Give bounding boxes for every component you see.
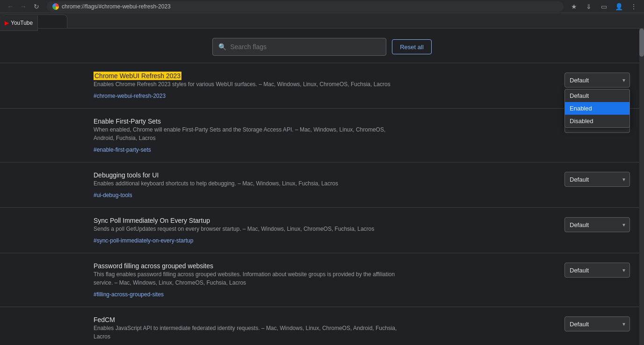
flag-control: Default Enabled Disabled ▼ bbox=[564, 172, 630, 187]
main-content: ▶ YouTube 🔍 Reset all Chrome WebUI Refre… bbox=[0, 29, 644, 345]
flag-select[interactable]: Default Enabled Disabled bbox=[564, 316, 630, 331]
flag-description: This flag enables password filling acros… bbox=[94, 270, 398, 287]
reset-all-button[interactable]: Reset all bbox=[392, 39, 432, 54]
flag-control: Default Enabled Disabled ▼ bbox=[564, 316, 630, 331]
flag-link[interactable]: #enable-first-party-sets bbox=[94, 147, 151, 153]
flag-control: Default Enabled Disabled ▼ Default Enabl… bbox=[564, 73, 630, 88]
back-button[interactable]: ← bbox=[4, 0, 17, 13]
address-bar[interactable]: chrome://flags/#chrome-webui-refresh-202… bbox=[47, 1, 564, 12]
chrome-logo-icon bbox=[52, 3, 59, 10]
flag-info: Password filling across grouped websites… bbox=[94, 262, 398, 298]
flag-select[interactable]: Default Enabled Disabled bbox=[564, 73, 630, 88]
flag-link[interactable]: #chrome-webui-refresh-2023 bbox=[94, 93, 166, 99]
flag-control: Default Enabled Disabled ▼ bbox=[564, 263, 630, 278]
select-wrapper: Default Enabled Disabled ▼ bbox=[564, 172, 630, 187]
search-icon: 🔍 bbox=[218, 43, 226, 51]
flag-description: Enables Chrome Refresh 2023 styles for v… bbox=[94, 80, 398, 88]
select-wrapper: Default Enabled Disabled ▼ Default Enabl… bbox=[564, 73, 630, 88]
select-wrapper: Default Enabled Disabled ▼ bbox=[564, 316, 630, 331]
download-button[interactable]: ⇓ bbox=[582, 0, 595, 13]
flag-info: Sync Poll Immediately On Every Startup S… bbox=[94, 216, 398, 244]
menu-button[interactable]: ⋮ bbox=[627, 0, 640, 13]
flag-info: FedCM Enables JavaScript API to intermed… bbox=[94, 316, 398, 343]
flag-description: When enabled, Chrome will enable First-P… bbox=[94, 125, 398, 142]
flag-item: Chrome WebUI Refresh 2023 Enables Chrome… bbox=[0, 63, 644, 109]
browser-toolbar-right: ★ ⇓ ▭ 👤 ⋮ bbox=[567, 0, 640, 13]
flag-select[interactable]: Default Enabled Disabled bbox=[564, 217, 630, 232]
flag-item: Debugging tools for UI Enables additiona… bbox=[0, 162, 644, 208]
youtube-tab-text: YouTube bbox=[11, 20, 33, 26]
flag-title: Sync Poll Immediately On Every Startup bbox=[94, 217, 210, 224]
select-wrapper: Default Enabled Disabled ▼ bbox=[564, 263, 630, 278]
flag-title: Debugging tools for UI bbox=[94, 171, 159, 179]
window-button[interactable]: ▭ bbox=[597, 0, 610, 13]
star-button[interactable]: ★ bbox=[567, 0, 580, 13]
flag-link[interactable]: #filling-across-grouped-sites bbox=[94, 291, 164, 298]
flag-select[interactable]: Default Enabled Disabled bbox=[564, 263, 630, 278]
search-box-container: 🔍 bbox=[212, 38, 386, 56]
scrollbar-track[interactable] bbox=[639, 29, 644, 345]
flag-select[interactable]: Default Enabled Disabled bbox=[564, 172, 630, 187]
address-text: chrome://flags/#chrome-webui-refresh-202… bbox=[62, 3, 171, 10]
flag-description: Enables JavaScript API to intermediate f… bbox=[94, 324, 398, 341]
dropdown-option[interactable]: Disabled bbox=[565, 115, 630, 127]
profile-button[interactable]: 👤 bbox=[612, 0, 625, 13]
flag-description: Sends a poll GetUpdates request on every… bbox=[94, 225, 398, 233]
youtube-play-icon: ▶ bbox=[5, 20, 9, 26]
scrollbar-thumb[interactable] bbox=[639, 29, 644, 57]
search-area: 🔍 Reset all bbox=[0, 29, 644, 63]
dropdown-option[interactable]: Default bbox=[565, 89, 630, 102]
flag-title: FedCM bbox=[94, 316, 115, 323]
dropdown-option[interactable]: Enabled bbox=[565, 102, 630, 115]
flag-item: Password filling across grouped websites… bbox=[0, 253, 644, 307]
flags-list: Chrome WebUI Refresh 2023 Enables Chrome… bbox=[0, 63, 644, 343]
flag-item: Sync Poll Immediately On Every Startup S… bbox=[0, 208, 644, 253]
flag-link[interactable]: #sync-poll-immediately-on-every-startup bbox=[94, 237, 193, 244]
flag-info: Chrome WebUI Refresh 2023 Enables Chrome… bbox=[94, 72, 398, 100]
browser-titlebar: ← → ↻ chrome://flags/#chrome-webui-refre… bbox=[0, 0, 644, 13]
flag-item: Enable First-Party Sets When enabled, Ch… bbox=[0, 109, 644, 162]
flag-title: Password filling across grouped websites bbox=[94, 262, 213, 270]
flag-title: Enable First-Party Sets bbox=[94, 117, 161, 125]
flags-page: ▶ YouTube 🔍 Reset all Chrome WebUI Refre… bbox=[0, 29, 644, 345]
flag-control: Default Enabled Disabled ▼ bbox=[564, 217, 630, 232]
select-wrapper: Default Enabled Disabled ▼ bbox=[564, 217, 630, 232]
dropdown-menu: Default Enabled Disabled bbox=[564, 89, 630, 128]
flag-description: Enables additional keyboard shortcuts to… bbox=[94, 179, 398, 188]
flag-item: FedCM Enables JavaScript API to intermed… bbox=[0, 307, 644, 343]
tab-bar: Chrome bbox=[0, 13, 644, 29]
flag-info: Debugging tools for UI Enables additiona… bbox=[94, 171, 398, 199]
flag-title-highlighted: Chrome WebUI Refresh 2023 bbox=[94, 72, 181, 80]
reload-button[interactable]: ↻ bbox=[30, 0, 43, 13]
youtube-tab-bar-item[interactable]: ▶ YouTube bbox=[0, 15, 38, 31]
forward-button[interactable]: → bbox=[17, 0, 30, 13]
flag-link[interactable]: #ui-debug-tools bbox=[94, 192, 132, 198]
search-input[interactable] bbox=[230, 43, 380, 51]
flag-info: Enable First-Party Sets When enabled, Ch… bbox=[94, 117, 398, 154]
